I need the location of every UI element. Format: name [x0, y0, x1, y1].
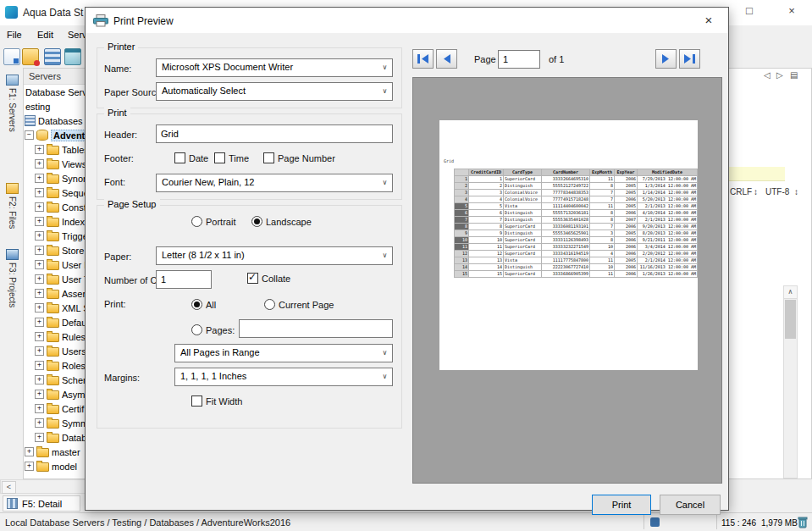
row-number: 12: [455, 251, 469, 257]
scroll-left-icon[interactable]: <: [2, 481, 16, 494]
print-all-radio[interactable]: [191, 299, 202, 310]
copies-input[interactable]: [156, 270, 212, 289]
databases-icon: [25, 115, 36, 126]
expand-icon[interactable]: [35, 260, 44, 269]
expand-icon[interactable]: [35, 217, 44, 226]
new-document-icon[interactable]: [3, 48, 20, 65]
document-list-icon[interactable]: ▤: [790, 70, 798, 80]
scroll-up-icon[interactable]: ∧: [784, 286, 797, 299]
expand-icon[interactable]: [25, 462, 34, 471]
header-input[interactable]: [156, 124, 393, 143]
time-checkbox[interactable]: [214, 152, 225, 163]
expand-icon[interactable]: [35, 332, 44, 341]
cancel-button[interactable]: Cancel: [660, 495, 721, 515]
row-number: 4: [455, 196, 469, 203]
trash-icon[interactable]: [797, 516, 809, 530]
editor-vertical-scrollbar[interactable]: ∧: [783, 285, 798, 478]
highlighted-line: [726, 167, 785, 181]
expand-icon[interactable]: [35, 318, 44, 327]
close-window-button[interactable]: ×: [776, 2, 808, 20]
maximize-button[interactable]: □: [733, 2, 765, 20]
expand-icon[interactable]: [35, 418, 44, 428]
printer-name-select[interactable]: Microsoft XPS Document Writer: [156, 58, 393, 77]
expand-icon[interactable]: [35, 361, 44, 370]
status-separator: [716, 515, 717, 529]
print-button[interactable]: Print: [592, 495, 651, 515]
paper-size-select[interactable]: Letter (8 1/2 x 11 in): [156, 246, 393, 265]
expand-icon[interactable]: [35, 188, 44, 197]
current-page-radio[interactable]: [264, 299, 275, 310]
collate-checkbox[interactable]: [247, 273, 258, 284]
expand-icon[interactable]: [35, 202, 44, 212]
landscape-radio[interactable]: [251, 216, 262, 227]
preview-column-header: ExpMonth: [590, 169, 615, 176]
page-number-checkbox[interactable]: [263, 152, 274, 163]
row-number: 14: [455, 264, 469, 271]
chevron-down-icon: [378, 174, 392, 191]
expand-icon[interactable]: [35, 289, 44, 298]
page-count-label: of 1: [549, 54, 564, 64]
app-window: Aqua Data St □ × File Edit Serv F1: Serv…: [0, 0, 812, 531]
expand-icon[interactable]: [35, 346, 44, 356]
expand-icon[interactable]: [35, 404, 44, 413]
nav-forward-icon[interactable]: ▷: [776, 70, 783, 80]
expand-icon[interactable]: [25, 447, 34, 456]
query-window-icon[interactable]: [64, 48, 81, 65]
folder-icon: [47, 246, 59, 256]
status-breadcrumb: Local Database Servers / Testing / Datab…: [5, 517, 290, 528]
previous-page-button[interactable]: [436, 49, 457, 69]
tree-horizontal-scrollbar[interactable]: <: [0, 479, 89, 494]
folder-icon: [47, 261, 59, 270]
menu-edit[interactable]: Edit: [37, 30, 53, 40]
files-tab-icon: [6, 183, 19, 194]
first-page-button[interactable]: [412, 49, 434, 69]
encoding-selector[interactable]: UTF-8: [765, 187, 789, 196]
expand-icon[interactable]: [35, 174, 44, 183]
last-page-icon: [683, 53, 696, 64]
sidebar-tab-servers[interactable]: F1: Servers: [8, 88, 17, 132]
paper-source-select[interactable]: Automatically Select: [156, 82, 393, 101]
fit-width-checkbox[interactable]: [191, 395, 202, 407]
pages-input[interactable]: [239, 319, 393, 338]
next-page-button[interactable]: [655, 49, 677, 69]
chevron-down-icon: [378, 247, 392, 264]
dialog-close-button[interactable]: ×: [694, 8, 723, 33]
date-checkbox[interactable]: [174, 152, 185, 163]
last-page-button[interactable]: [679, 49, 700, 69]
folder-icon: [47, 146, 59, 155]
sidebar-tab-files[interactable]: F2: Files: [8, 196, 17, 229]
header-label: Header:: [104, 130, 137, 140]
expand-icon[interactable]: [35, 433, 44, 442]
pages-radio[interactable]: [191, 324, 202, 335]
sidebar-tab-projects[interactable]: F3: Projects: [8, 263, 17, 307]
expand-icon[interactable]: [35, 375, 44, 384]
page-label: Page: [474, 54, 496, 64]
expand-icon[interactable]: [35, 159, 44, 169]
expand-icon[interactable]: [35, 231, 44, 241]
pages-range-select[interactable]: All Pages in Range: [174, 344, 393, 362]
folder-icon: [47, 405, 59, 414]
preview-row: 77Distinguish55553635401028820072/1/2013…: [455, 217, 698, 224]
tab-detail[interactable]: F5: Detail: [3, 495, 80, 512]
font-select[interactable]: Courier New, Plain, 12: [156, 174, 393, 192]
menu-file[interactable]: File: [7, 30, 22, 40]
folder-icon: [36, 462, 49, 472]
schema-browser-icon[interactable]: [44, 48, 61, 65]
page-number-input[interactable]: [498, 50, 540, 69]
expand-icon[interactable]: [35, 145, 44, 154]
expand-icon[interactable]: [35, 303, 44, 313]
preview-row: 22Distinguish55552127249722820051/3/2014…: [455, 183, 698, 190]
line-ending-selector[interactable]: CRLF: [730, 187, 752, 196]
chevron-down-icon: [378, 345, 392, 362]
scrollbar-thumb[interactable]: [785, 300, 796, 339]
portrait-radio[interactable]: [191, 216, 202, 227]
row-number: 10: [455, 237, 469, 244]
collapse-icon[interactable]: [25, 130, 34, 140]
register-server-icon[interactable]: [22, 48, 39, 65]
expand-icon[interactable]: [35, 390, 44, 399]
expand-icon[interactable]: [35, 246, 44, 255]
nav-back-icon[interactable]: ◁: [764, 70, 771, 80]
margins-select[interactable]: 1, 1, 1, 1 Inches: [174, 368, 393, 386]
expand-icon[interactable]: [35, 274, 44, 284]
dialog-title: Print Preview: [113, 15, 174, 27]
